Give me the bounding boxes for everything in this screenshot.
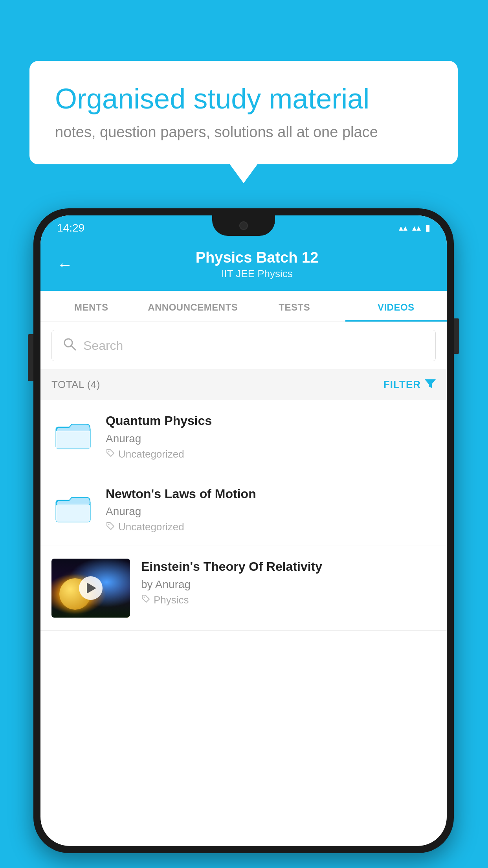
- video-author: Anurag: [106, 432, 436, 445]
- speech-bubble-container: Organised study material notes, question…: [29, 61, 458, 164]
- video-title: Einstein's Theory Of Relativity: [141, 559, 436, 575]
- phone-screen: 14:29 ▴▴ ▴▴ ▮ ← Physics Batch 12 IIT JEE…: [40, 215, 447, 846]
- signal-icon: ▴▴: [412, 223, 421, 233]
- video-tag: Physics: [141, 594, 436, 606]
- svg-rect-8: [56, 504, 90, 522]
- video-title: Quantum Physics: [106, 413, 436, 429]
- tabs-bar: MENTS ANNOUNCEMENTS TESTS VIDEOS: [40, 291, 447, 322]
- play-button[interactable]: [79, 576, 103, 600]
- svg-point-6: [108, 451, 110, 452]
- tab-ments[interactable]: MENTS: [40, 291, 142, 322]
- video-thumb-einstein: [51, 559, 130, 618]
- tag-label: Uncategorized: [118, 521, 184, 533]
- tag-icon: [141, 594, 150, 606]
- phone-device: 14:29 ▴▴ ▴▴ ▮ ← Physics Batch 12 IIT JEE…: [33, 208, 454, 853]
- tab-videos[interactable]: VIDEOS: [345, 291, 447, 322]
- tab-announcements[interactable]: ANNOUNCEMENTS: [142, 291, 244, 322]
- search-container: Search: [40, 322, 447, 369]
- svg-point-10: [144, 597, 145, 598]
- speech-bubble: Organised study material notes, question…: [29, 61, 458, 164]
- phone-outer: 14:29 ▴▴ ▴▴ ▮ ← Physics Batch 12 IIT JEE…: [33, 208, 454, 853]
- wifi-icon: ▴▴: [399, 223, 407, 233]
- video-thumb-newton: [51, 486, 95, 529]
- status-icons: ▴▴ ▴▴ ▮: [399, 223, 430, 233]
- filter-bar: TOTAL (4) FILTER: [40, 369, 447, 400]
- speech-bubble-title: Organised study material: [55, 83, 432, 115]
- battery-icon: ▮: [426, 223, 430, 233]
- svg-line-1: [72, 346, 75, 350]
- speech-bubble-subtitle: notes, question papers, solutions all at…: [55, 124, 432, 141]
- list-item[interactable]: Einstein's Theory Of Relativity by Anura…: [40, 546, 447, 631]
- svg-rect-5: [56, 431, 90, 449]
- tag-label: Physics: [154, 594, 189, 606]
- tag-label: Uncategorized: [118, 448, 184, 460]
- video-list: Quantum Physics Anurag Uncategorized: [40, 400, 447, 631]
- filter-label: FILTER: [383, 379, 421, 391]
- header-title-block: Physics Batch 12 IIT JEE Physics: [84, 249, 430, 280]
- status-bar: 14:29 ▴▴ ▴▴ ▮: [40, 215, 447, 241]
- list-item[interactable]: Newton's Laws of Motion Anurag Uncategor…: [40, 473, 447, 546]
- back-button[interactable]: ←: [57, 256, 73, 274]
- video-author: Anurag: [106, 505, 436, 518]
- video-info-newton: Newton's Laws of Motion Anurag Uncategor…: [106, 486, 436, 533]
- video-title: Newton's Laws of Motion: [106, 486, 436, 502]
- filter-icon: [425, 378, 436, 392]
- video-tag: Uncategorized: [106, 448, 436, 460]
- total-count: TOTAL (4): [51, 379, 100, 391]
- tag-icon: [106, 448, 115, 460]
- tab-tests[interactable]: TESTS: [244, 291, 345, 322]
- video-thumb-quantum: [51, 413, 95, 456]
- video-info-quantum: Quantum Physics Anurag Uncategorized: [106, 413, 436, 460]
- list-item[interactable]: Quantum Physics Anurag Uncategorized: [40, 400, 447, 473]
- search-icon: [63, 337, 76, 354]
- camera-dot: [239, 221, 248, 230]
- notch: [212, 215, 275, 236]
- svg-point-9: [108, 524, 110, 525]
- search-box[interactable]: Search: [51, 330, 436, 361]
- app-header: ← Physics Batch 12 IIT JEE Physics: [40, 241, 447, 291]
- play-icon: [87, 583, 96, 594]
- tag-icon: [106, 521, 115, 533]
- filter-button[interactable]: FILTER: [383, 378, 436, 392]
- header-subtitle: IIT JEE Physics: [84, 268, 430, 280]
- search-input[interactable]: Search: [83, 338, 123, 353]
- video-tag: Uncategorized: [106, 521, 436, 533]
- status-time: 14:29: [57, 222, 84, 234]
- svg-marker-2: [425, 379, 436, 388]
- video-author: by Anurag: [141, 578, 436, 591]
- video-info-einstein: Einstein's Theory Of Relativity by Anura…: [141, 559, 436, 606]
- header-title: Physics Batch 12: [84, 249, 430, 266]
